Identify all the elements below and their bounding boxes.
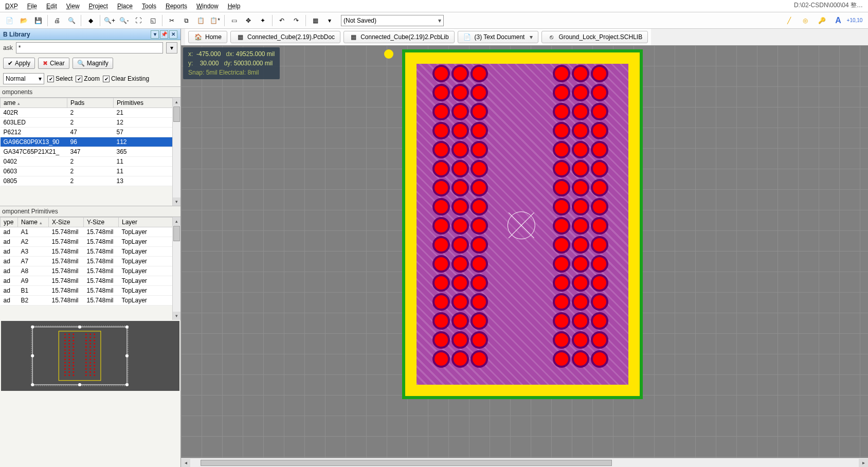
pad[interactable] bbox=[591, 84, 608, 101]
col-primitives[interactable]: Primitives bbox=[114, 98, 180, 108]
pad[interactable] bbox=[432, 312, 450, 330]
pad[interactable] bbox=[591, 274, 608, 292]
move-icon[interactable]: ✥ bbox=[242, 14, 255, 27]
pad[interactable] bbox=[591, 65, 608, 82]
pad[interactable] bbox=[451, 103, 469, 120]
col-type[interactable]: ype bbox=[1, 218, 18, 227]
pad[interactable] bbox=[451, 255, 469, 273]
scroll-up-icon[interactable]: ▴ bbox=[173, 98, 180, 106]
util-coord-icon[interactable]: +10,10 bbox=[848, 14, 861, 27]
tab-connected-cube-2-19-2-pcblib[interactable]: ▦Connected_Cube(2.19)2.PcbLib bbox=[343, 31, 454, 43]
pad[interactable] bbox=[572, 350, 589, 368]
pad[interactable] bbox=[553, 160, 570, 177]
table-row[interactable]: adA315.748mil15.748milTopLayer bbox=[1, 247, 180, 257]
pad[interactable] bbox=[553, 179, 570, 196]
pad[interactable] bbox=[471, 179, 488, 196]
mask-dd-icon[interactable]: ▾ bbox=[166, 42, 177, 53]
layers-icon[interactable]: ◆ bbox=[84, 14, 97, 27]
hscroll-thumb[interactable] bbox=[201, 460, 612, 466]
tab-ground-lock-project-schlib[interactable]: ⎋Ground_Lock_Project.SCHLIB bbox=[541, 31, 648, 43]
cut-icon[interactable]: ✂ bbox=[166, 14, 178, 27]
pad[interactable] bbox=[591, 293, 608, 311]
pad[interactable] bbox=[591, 103, 608, 120]
menu-place[interactable]: Place bbox=[117, 3, 133, 10]
util-via-icon[interactable]: 🔑 bbox=[816, 14, 828, 27]
panel-menu-icon[interactable]: ▾ bbox=[151, 30, 159, 39]
scroll-thumb[interactable] bbox=[173, 106, 180, 122]
pad[interactable] bbox=[451, 84, 469, 101]
menu-help[interactable]: Help bbox=[228, 3, 241, 10]
pad[interactable] bbox=[471, 198, 488, 215]
zoom-fit-icon[interactable]: ⛶ bbox=[132, 14, 144, 27]
col-pads[interactable]: Pads bbox=[67, 98, 114, 108]
util-line-icon[interactable]: ╱ bbox=[783, 14, 795, 27]
scroll-right-icon[interactable]: ▸ bbox=[859, 459, 868, 467]
grid-dd-icon[interactable]: ▾ bbox=[323, 14, 336, 27]
pad[interactable] bbox=[553, 65, 570, 82]
pad[interactable] bbox=[553, 255, 570, 273]
pad[interactable] bbox=[553, 198, 570, 215]
table-row[interactable]: P62124757 bbox=[1, 128, 180, 137]
menu-reports[interactable]: Reports bbox=[166, 3, 187, 10]
pcb-canvas[interactable]: x: -475.000 dx: 49525.000 mil y: 30.000 … bbox=[181, 45, 868, 458]
pad[interactable] bbox=[471, 217, 488, 235]
pad[interactable] bbox=[591, 236, 608, 254]
table-row[interactable]: adA115.748mil15.748milTopLayer bbox=[1, 227, 180, 237]
pad[interactable] bbox=[553, 236, 570, 254]
pad[interactable] bbox=[591, 160, 608, 177]
preview-icon[interactable]: 🔍 bbox=[65, 14, 78, 27]
clear-button[interactable]: ✖ Clear bbox=[38, 58, 69, 69]
pad[interactable] bbox=[432, 122, 450, 139]
col-name[interactable]: ame▴ bbox=[1, 98, 67, 108]
menu-view[interactable]: View bbox=[66, 3, 80, 10]
table-row[interactable]: 0402211 bbox=[1, 157, 180, 167]
clear-existing-checkbox[interactable]: ✔Clear Existing bbox=[103, 75, 149, 82]
pad[interactable] bbox=[591, 331, 608, 349]
pad[interactable] bbox=[572, 141, 589, 158]
pad[interactable] bbox=[432, 236, 450, 254]
pad[interactable] bbox=[591, 255, 608, 273]
paste-icon[interactable]: 📋 bbox=[194, 14, 207, 27]
pad[interactable] bbox=[591, 179, 608, 196]
pad[interactable] bbox=[553, 331, 570, 349]
panel-pin-icon[interactable]: 📌 bbox=[160, 30, 168, 39]
pad[interactable] bbox=[572, 179, 589, 196]
pad[interactable] bbox=[572, 198, 589, 215]
col-name2[interactable]: Name▴ bbox=[18, 218, 49, 227]
table-row[interactable]: adA915.748mil15.748milTopLayer bbox=[1, 276, 180, 286]
pad[interactable] bbox=[432, 217, 450, 235]
zoom-in-icon[interactable]: 🔍+ bbox=[103, 14, 116, 27]
pad[interactable] bbox=[451, 198, 469, 215]
pad[interactable] bbox=[451, 141, 469, 158]
col-xsize[interactable]: X-Size bbox=[49, 218, 84, 227]
tab-home[interactable]: 🏠Home bbox=[188, 31, 227, 43]
select-checkbox[interactable]: ✔Select bbox=[47, 75, 73, 82]
pad[interactable] bbox=[432, 84, 450, 101]
table-row[interactable]: adA815.748mil15.748milTopLayer bbox=[1, 266, 180, 276]
table-row[interactable]: adB215.748mil15.748milTopLayer bbox=[1, 296, 180, 306]
pad[interactable] bbox=[432, 65, 450, 82]
pad[interactable] bbox=[471, 312, 488, 330]
pad[interactable] bbox=[591, 350, 608, 368]
pad[interactable] bbox=[553, 84, 570, 101]
paste-special-icon[interactable]: 📋* bbox=[209, 14, 221, 27]
pad[interactable] bbox=[553, 274, 570, 292]
chevron-down-icon[interactable]: ▾ bbox=[530, 33, 533, 41]
tab--3-text-document[interactable]: 📄(3) Text Document▾ bbox=[458, 31, 539, 43]
pad[interactable] bbox=[572, 217, 589, 235]
open-icon[interactable]: 📂 bbox=[17, 14, 30, 27]
menu-project[interactable]: Project bbox=[89, 3, 108, 10]
pad[interactable] bbox=[553, 350, 570, 368]
pad[interactable] bbox=[432, 255, 450, 273]
pad[interactable] bbox=[432, 103, 450, 120]
pad[interactable] bbox=[451, 331, 469, 349]
pad[interactable] bbox=[471, 255, 488, 273]
scroll-thumb[interactable] bbox=[173, 226, 180, 241]
pad[interactable] bbox=[471, 160, 488, 177]
pad[interactable] bbox=[432, 198, 450, 215]
mode-combo[interactable]: Normal▾ bbox=[3, 73, 44, 84]
pad[interactable] bbox=[451, 350, 469, 368]
zoom-sel-icon[interactable]: ◱ bbox=[147, 14, 159, 27]
pad[interactable] bbox=[572, 65, 589, 82]
panel-close-icon[interactable]: ✕ bbox=[169, 30, 177, 39]
